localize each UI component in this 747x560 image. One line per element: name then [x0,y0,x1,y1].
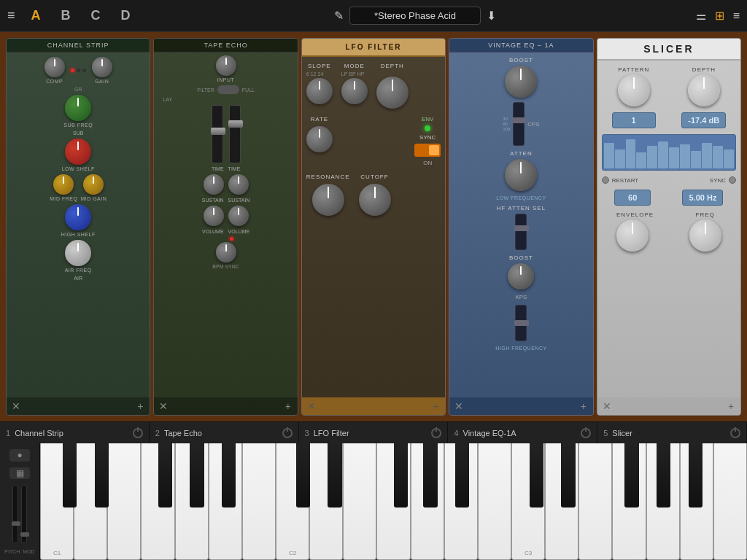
track-c[interactable]: C [87,7,105,25]
tab-5-num: 5 [603,429,608,438]
black-key-cs2[interactable] [296,443,310,508]
eq-boost-knob[interactable] [505,66,537,98]
slicer-depth-label: DEPTH [688,66,720,73]
slicer-bpm-display[interactable]: 60 [614,190,651,206]
slicer-hz-display[interactable]: 5.00 Hz [682,190,723,206]
kb-pitch-slider[interactable] [12,485,18,543]
slicer-pattern-knob[interactable] [618,74,650,106]
te-bpm-knob[interactable] [216,242,236,262]
plugin-tab-3[interactable]: 3 LFO Filter [299,422,449,443]
slicer-depth-knob[interactable] [688,74,720,106]
te-input-knob[interactable] [216,55,236,76]
toolbar-left: ≡ A B C D [7,7,135,25]
eq-remove-btn[interactable]: ✕ [452,400,465,412]
rate-knob[interactable] [306,126,333,152]
black-key-ds2[interactable] [328,443,341,508]
mid-gain-knob[interactable] [83,174,104,195]
track-a[interactable]: A [27,7,45,25]
eq-kps-slider[interactable] [515,305,527,341]
tab-5-power[interactable] [730,428,740,438]
te-add-btn[interactable]: + [282,400,295,412]
white-key-b1[interactable] [242,443,276,560]
plugin-tab-1[interactable]: 1 Channel Strip [0,422,150,443]
tab-1-power[interactable] [133,428,143,438]
white-key-e1[interactable] [107,443,141,560]
te-time2-knob[interactable] [228,174,249,195]
gain-knob[interactable] [92,57,112,77]
lfo-add-btn[interactable]: + [429,400,442,412]
eq-atten-knob[interactable] [505,159,537,191]
preset-name[interactable]: *Stereo Phase Acid [349,7,481,25]
plugin-tab-5[interactable]: 5 Slicer [597,422,747,443]
te-slider1[interactable] [212,105,223,163]
te-remove-btn[interactable]: ✕ [157,400,170,412]
toolbar-right: ⚌ ⊞ ≡ [696,9,740,23]
air-freq-knob[interactable] [65,240,91,266]
low-shelf-knob[interactable] [65,139,91,165]
black-key-fs1[interactable] [158,443,172,508]
te-slider2[interactable] [229,105,241,163]
black-key-gs3[interactable] [657,443,670,508]
sub-freq-knob[interactable] [65,95,91,121]
resonance-knob[interactable] [312,184,344,216]
slicer-add-btn[interactable]: + [724,400,738,412]
kb-circle-icon[interactable]: ● [9,449,30,462]
te-time-knobs [157,174,294,195]
mid-freq-knob[interactable] [53,174,74,195]
slicer-remove-btn[interactable]: ✕ [600,400,614,412]
plugin-tab-2[interactable]: 2 Tape Echo [150,422,299,443]
mode-knob[interactable] [341,78,368,104]
settings-icon[interactable]: ≡ [733,9,740,23]
slicer-envelope-knob[interactable] [616,219,649,252]
cs-add-btn[interactable]: + [133,400,147,412]
white-key-e2[interactable] [343,443,376,560]
black-key-fs2[interactable] [394,443,408,508]
menu-icon[interactable]: ≡ [7,8,15,23]
lfo-remove-btn[interactable]: ✕ [305,400,318,412]
comp-knob[interactable] [44,57,65,77]
tab-2-power[interactable] [282,428,293,438]
white-key-b2[interactable] [478,443,511,560]
cutoff-knob[interactable] [359,184,391,216]
black-key-as2[interactable] [455,443,469,508]
black-key-ds3[interactable] [561,443,575,508]
black-key-as1[interactable] [222,443,236,508]
track-b[interactable]: B [57,7,75,25]
mid-gain-knob-container: MID GAIN [80,174,107,201]
tab-3-power[interactable] [431,428,441,438]
slope-knob[interactable] [306,78,333,104]
te-sustain2-knob[interactable] [228,206,249,226]
te-time1-knob[interactable] [204,174,224,195]
black-key-gs1[interactable] [190,443,204,508]
black-key-cs3[interactable] [530,443,543,508]
high-shelf-knob[interactable] [65,204,91,230]
lfo-mode-label: MODE [341,63,368,69]
eq-boost2-knob[interactable] [508,263,534,289]
cs-remove-btn[interactable]: ✕ [9,400,23,412]
black-key-cs1[interactable] [63,443,77,508]
mixer-icon[interactable]: ⚌ [696,9,706,23]
plugin-tab-4[interactable]: 4 Vintage EQ-1A [448,422,597,443]
track-d[interactable]: D [117,7,135,25]
te-filter-toggle[interactable] [217,85,239,94]
black-key-ds1[interactable] [95,443,109,508]
kb-mod-slider[interactable] [21,485,27,543]
kb-grid-icon[interactable]: ▦ [9,467,30,480]
eq-add-btn[interactable]: + [577,400,590,412]
tab-4-power[interactable] [581,428,591,438]
eq-hf-slider[interactable] [515,214,527,250]
depth-knob[interactable] [376,77,409,109]
te-sustain1-knob[interactable] [204,206,224,226]
download-icon[interactable]: ⬇ [487,9,496,23]
lfo-sync-toggle[interactable] [414,144,441,157]
white-key-e3[interactable] [578,443,612,560]
black-key-as3[interactable] [689,443,703,508]
piano-keyboard[interactable]: C1 C2 C3 [40,443,747,560]
slicer-freq-knob[interactable] [689,219,721,252]
black-key-fs3[interactable] [624,443,638,508]
eq-cps-slider[interactable] [513,102,525,146]
comp-label: COMP [46,79,63,84]
black-key-gs2[interactable] [423,443,437,508]
grid-icon[interactable]: ⊞ [715,9,724,23]
white-key-b3[interactable] [713,443,747,560]
